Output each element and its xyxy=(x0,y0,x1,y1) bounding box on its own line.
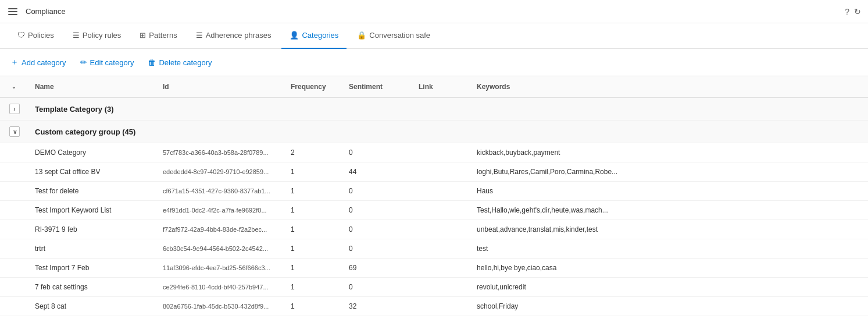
table-area: ⌄ Name Id Frequency Sentiment Link Keywo… xyxy=(0,76,868,322)
row-expand-cell xyxy=(0,201,28,220)
row-sentiment: 69 xyxy=(342,259,412,278)
app-title: Compliance xyxy=(26,7,66,16)
row-link xyxy=(412,239,470,259)
edit-category-label: Edit category xyxy=(90,58,134,67)
row-sentiment: 0 xyxy=(342,239,412,259)
hamburger-menu[interactable] xyxy=(7,7,19,16)
row-keywords: Haus xyxy=(470,182,868,201)
row-link xyxy=(412,201,470,220)
tab-categories[interactable]: 👤 Categories xyxy=(281,23,347,49)
row-link xyxy=(412,316,470,323)
row-expand-cell xyxy=(0,182,28,201)
row-frequency: 1 xyxy=(284,182,342,201)
row-expand-cell xyxy=(0,220,28,239)
group-row[interactable]: › Template Category (3) xyxy=(0,98,868,121)
row-name: Sept 8 cat xyxy=(28,297,156,316)
col-id[interactable]: Id xyxy=(156,76,284,98)
row-id: 802a6756-1fab-45dc-b530-432d8f9... xyxy=(156,297,284,316)
row-keywords: loghi,Butu,Rares,Camil,Poro,Carmina,Robe… xyxy=(470,162,868,182)
conversation-safe-icon: 🔒 xyxy=(357,31,366,40)
row-link xyxy=(412,259,470,278)
table-row[interactable]: Test Import 7 Feb 11af3096-efdc-4ee7-bd2… xyxy=(0,259,868,278)
table-row[interactable]: Test Category 7 Feb 9bd9e07e-bef3-46d3-b… xyxy=(0,316,868,323)
row-frequency: 1 xyxy=(284,259,342,278)
nav-tabs: 🛡 Policies ☰ Policy rules ⊞ Patterns ☰ A… xyxy=(0,23,868,49)
col-expand: ⌄ xyxy=(0,76,28,98)
add-category-button[interactable]: ＋ Add category xyxy=(9,55,67,70)
row-id: ce294fe6-8110-4cdd-bf40-257b947... xyxy=(156,278,284,297)
tab-patterns[interactable]: ⊞ Patterns xyxy=(131,23,185,49)
table-row[interactable]: RI-3971 9 feb f72af972-42a9-4bb4-83de-f2… xyxy=(0,220,868,239)
row-name: Test Category 7 Feb xyxy=(28,316,156,323)
row-keywords: Test,Hallo,wie,geht's,dir,heute,was,mach… xyxy=(470,201,868,220)
row-sentiment: 44 xyxy=(342,162,412,182)
delete-category-button[interactable]: 🗑 Delete category xyxy=(147,55,213,69)
row-link xyxy=(412,143,470,162)
row-keywords: school,Friday xyxy=(470,297,868,316)
tab-policy-rules[interactable]: ☰ Policy rules xyxy=(65,23,129,49)
row-frequency: 1 xyxy=(284,278,342,297)
tab-conversation-safe-label: Conversation safe xyxy=(369,31,430,40)
col-keywords[interactable]: Keywords xyxy=(470,76,868,98)
row-link xyxy=(412,278,470,297)
col-name[interactable]: Name xyxy=(28,76,156,98)
row-sentiment: 48 xyxy=(342,316,412,323)
row-sentiment: 0 xyxy=(342,143,412,162)
sort-icon[interactable]: ⌄ xyxy=(9,82,19,91)
tab-conversation-safe[interactable]: 🔒 Conversation safe xyxy=(349,23,438,49)
group-expand-cell: › xyxy=(0,98,28,121)
group-row[interactable]: ∨ Custom category group (45) xyxy=(0,121,868,143)
row-expand-cell xyxy=(0,316,28,323)
row-expand-cell xyxy=(0,239,28,259)
group-name: Template Category (3) xyxy=(28,98,868,121)
row-id: 57cf783c-a366-40a3-b58a-28f0789... xyxy=(156,143,284,162)
row-id: 9bd9e07e-bef3-46d3-b7ff-dacd4e5... xyxy=(156,316,284,323)
add-icon: ＋ xyxy=(10,57,19,68)
row-keywords: kickback,buyback,payment xyxy=(470,143,868,162)
row-link xyxy=(412,220,470,239)
table-row[interactable]: Sept 8 cat 802a6756-1fab-45dc-b530-432d8… xyxy=(0,297,868,316)
table-row[interactable]: 13 sept Cat office BV edededd4-8c97-4029… xyxy=(0,162,868,182)
row-frequency: 1 xyxy=(284,162,342,182)
toolbar: ＋ Add category ✏ Edit category 🗑 Delete … xyxy=(0,49,868,76)
adherence-icon: ☰ xyxy=(196,31,203,40)
row-name: 7 feb cat settings xyxy=(28,278,156,297)
table-row[interactable]: 7 feb cat settings ce294fe6-8110-4cdd-bf… xyxy=(0,278,868,297)
table-row[interactable]: Test Import Keyword List e4f91dd1-0dc2-4… xyxy=(0,201,868,220)
row-sentiment: 0 xyxy=(342,220,412,239)
edit-category-button[interactable]: ✏ Edit category xyxy=(79,55,135,69)
help-icon[interactable]: ? xyxy=(845,7,849,16)
row-frequency: 2 xyxy=(284,143,342,162)
table-body: › Template Category (3) ∨ Custom categor… xyxy=(0,98,868,323)
table-header: ⌄ Name Id Frequency Sentiment Link Keywo… xyxy=(0,76,868,98)
refresh-icon[interactable]: ↻ xyxy=(854,7,861,16)
col-sentiment[interactable]: Sentiment xyxy=(342,76,412,98)
table-row[interactable]: trtrt 6cb30c54-9e94-4564-b502-2c4542... … xyxy=(0,239,868,259)
tab-policies[interactable]: 🛡 Policies xyxy=(9,23,62,49)
table-row[interactable]: DEMO Category 57cf783c-a366-40a3-b58a-28… xyxy=(0,143,868,162)
top-bar-actions: ? ↻ xyxy=(845,7,861,16)
row-id: 6cb30c54-9e94-4564-b502-2c4542... xyxy=(156,239,284,259)
table-row[interactable]: Test for delete cf671a15-4351-427c-9360-… xyxy=(0,182,868,201)
col-frequency[interactable]: Frequency xyxy=(284,76,342,98)
patterns-icon: ⊞ xyxy=(140,31,146,40)
expand-icon[interactable]: › xyxy=(9,104,20,114)
row-id: 11af3096-efdc-4ee7-bd25-56f666c3... xyxy=(156,259,284,278)
row-id: f72af972-42a9-4bb4-83de-f2a2bec... xyxy=(156,220,284,239)
row-expand-cell xyxy=(0,278,28,297)
group-expand-cell: ∨ xyxy=(0,121,28,143)
tab-categories-label: Categories xyxy=(302,31,338,40)
tab-adherence-phrases[interactable]: ☰ Adherence phrases xyxy=(188,23,280,49)
row-sentiment: 32 xyxy=(342,297,412,316)
row-name: trtrt xyxy=(28,239,156,259)
expand-icon[interactable]: ∨ xyxy=(9,126,20,137)
row-frequency: 1 xyxy=(284,297,342,316)
row-name: Test for delete xyxy=(28,182,156,201)
row-id: e4f91dd1-0dc2-4f2c-a7fa-fe9692f0... xyxy=(156,201,284,220)
col-link[interactable]: Link xyxy=(412,76,470,98)
row-expand-cell xyxy=(0,297,28,316)
policies-icon: 🛡 xyxy=(17,31,25,40)
row-name: RI-3971 9 feb xyxy=(28,220,156,239)
row-keywords: unbeat,advance,translat,mis,kinder,test xyxy=(470,220,868,239)
row-expand-cell xyxy=(0,259,28,278)
